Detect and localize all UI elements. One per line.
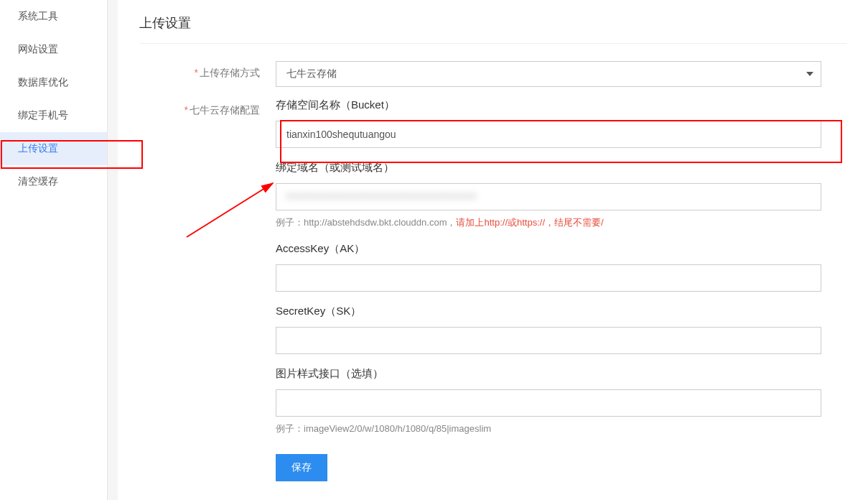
label-domain: 绑定域名（或测试域名） [276,161,821,175]
accesskey-input[interactable] [276,264,821,292]
save-button[interactable]: 保存 [276,454,327,481]
field-accesskey: AccessKey（AK） [276,242,821,292]
label-image-style: 图片样式接口（选填） [276,367,821,381]
secretkey-input[interactable] [276,327,821,354]
label-accesskey: AccessKey（AK） [276,242,821,256]
field-bucket: 存储空间名称（Bucket） [276,98,821,148]
field-domain: 绑定域名（或测试域名） xxxxxxxxxxxxxxxxxxxxxxxxxxxx… [276,161,821,229]
domain-hint: 例子：http://abstehdsdw.bkt.clouddn.com，请加上… [276,216,821,229]
label-qiniu-config: *七牛云存储配置 [139,98,276,117]
storage-method-select[interactable]: 七牛云存储 [276,61,821,87]
image-style-input[interactable] [276,389,821,417]
storage-method-value: 七牛云存储 [286,68,337,80]
chevron-down-icon [806,72,813,76]
sidebar-item-site-settings[interactable]: 网站设置 [0,33,107,66]
label-storage-method: *上传存储方式 [139,61,276,80]
sidebar: 系统工具 网站设置 数据库优化 绑定手机号 上传设置 清空缓存 [0,0,108,500]
field-image-style: 图片样式接口（选填） 例子：imageView2/0/w/1080/h/1080… [276,367,821,435]
field-secretkey: SecretKey（SK） [276,305,821,354]
sidebar-item-upload-settings[interactable]: 上传设置 [0,132,107,165]
image-style-hint: 例子：imageView2/0/w/1080/h/1080/q/85|image… [276,422,821,435]
sidebar-item-bind-phone[interactable]: 绑定手机号 [0,99,107,132]
sidebar-item-clear-cache[interactable]: 清空缓存 [0,165,107,198]
page-title: 上传设置 [139,14,846,44]
label-secretkey: SecretKey（SK） [276,305,821,318]
bucket-input[interactable] [276,121,821,148]
sidebar-item-db-optimize[interactable]: 数据库优化 [0,66,107,99]
domain-input[interactable] [276,183,821,210]
main-content: 上传设置 *上传存储方式 七牛云存储 *七牛云存储配置 [118,0,868,500]
sidebar-item-system-tools[interactable]: 系统工具 [0,0,107,33]
label-bucket: 存储空间名称（Bucket） [276,98,821,112]
